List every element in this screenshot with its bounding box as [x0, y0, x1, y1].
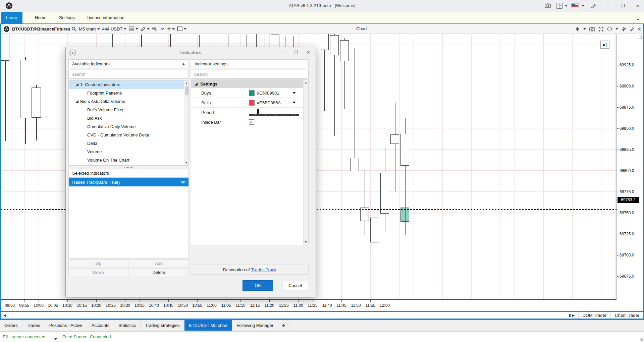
resize-grip[interactable]: [640, 338, 643, 341]
bottom-tab-positions-active[interactable]: Positions - Active: [45, 320, 87, 331]
help-dropdown-icon[interactable]: [564, 2, 568, 10]
tree-item[interactable]: Bid Ask: [69, 114, 189, 122]
drawing-tools[interactable]: [141, 26, 150, 32]
pin-icon[interactable]: [590, 2, 597, 10]
add-indicator-button[interactable]: +: [167, 25, 175, 33]
pin-icon[interactable]: [630, 27, 634, 32]
settings-group-header[interactable]: Settings: [191, 80, 303, 88]
sells-color-value[interactable]: #E6FC385A: [257, 100, 281, 105]
cancel-button[interactable]: Cancel: [282, 281, 308, 290]
bottom-tab-btcusdt-m5-chart[interactable]: BTCUSDT M5 chart: [184, 320, 232, 331]
tree-item[interactable]: Delta: [69, 139, 189, 148]
expander-icon[interactable]: [75, 100, 78, 103]
bottom-tab-accounts[interactable]: Accounts: [87, 320, 114, 331]
selected-indicators-list[interactable]: Trades Track(Bars, True): [68, 177, 189, 259]
scroll-up-icon[interactable]: ▲: [304, 81, 308, 84]
collapse-icon[interactable]: ▲: [182, 62, 185, 65]
instrument-selector[interactable]: BTCUSDT@BinanceFutures: [12, 26, 76, 32]
screenshot-icon[interactable]: [543, 2, 552, 10]
tree-item[interactable]: Bar's Volume Filter: [69, 106, 189, 114]
bottom-tab-trading-strategies[interactable]: Trading strategies: [141, 320, 184, 331]
dialog-maximize-icon[interactable]: ❐: [291, 49, 301, 56]
scroll-down-icon[interactable]: ▼: [304, 240, 308, 244]
zoom-in-button[interactable]: [152, 26, 157, 32]
up-button[interactable]: Up: [68, 259, 128, 268]
period-slider[interactable]: [249, 109, 299, 116]
slider-thumb[interactable]: [257, 109, 259, 114]
chart-trader-button[interactable]: Chart Trader: [610, 312, 643, 319]
ribbon-collapse-icon[interactable]: [637, 16, 639, 21]
chart-hscrollbar[interactable]: ◀ ▮ ▶ DOM Trader Chart Trader: [1, 311, 643, 319]
scroll-thumb[interactable]: [185, 87, 189, 95]
down-button[interactable]: Down: [68, 268, 128, 277]
help-icon[interactable]: ?: [556, 3, 563, 9]
add-button[interactable]: Add: [129, 259, 189, 268]
server-dropdown-icon[interactable]: [54, 336, 57, 341]
dialog-close-icon[interactable]: ✕: [304, 49, 313, 56]
close-chart-icon[interactable]: ✕: [637, 26, 641, 32]
timeframe-selector[interactable]: M5 chart: [79, 26, 100, 32]
available-search-input[interactable]: Search: [68, 70, 189, 79]
scroll-down-icon[interactable]: ▼: [185, 161, 188, 164]
tree-item[interactable]: Footprint Patterns: [69, 89, 189, 97]
dom-trader-button[interactable]: DOM Trader: [578, 312, 611, 319]
scale-tool[interactable]: [159, 26, 165, 32]
dialog-titlebar[interactable]: Indicators — ❐ ✕: [66, 47, 316, 58]
buys-color-value[interactable]: #E6089981: [257, 91, 279, 96]
tab-settings[interactable]: Settings: [54, 12, 80, 23]
description-link[interactable]: Trades Track: [251, 267, 276, 272]
eye-icon[interactable]: [180, 180, 186, 184]
tree-item[interactable]: Cumulative Daily Volume: [69, 122, 189, 131]
lightning-icon[interactable]: [622, 26, 626, 32]
sells-color-swatch[interactable]: [249, 100, 255, 106]
bottom-tab-following-manager[interactable]: Following Manager: [232, 320, 278, 331]
axis-settings-icon[interactable]: ❐: [639, 35, 642, 40]
add-tab-button[interactable]: +: [278, 320, 289, 331]
scroll-up-icon[interactable]: ▲: [185, 81, 188, 85]
buys-dropdown-icon[interactable]: [292, 92, 296, 94]
go-to-realtime-button[interactable]: ▶|: [600, 41, 609, 49]
available-indicators-header[interactable]: Available indicators ▲: [68, 59, 189, 68]
tree-scrollbar[interactable]: ▲ ▼: [184, 80, 189, 165]
selected-indicator-row[interactable]: Trades Track(Bars, True): [69, 178, 189, 186]
tree-item[interactable]: Volume On The Chart: [69, 156, 189, 164]
bottom-tab-orders[interactable]: Orders: [0, 320, 22, 331]
close-icon[interactable]: ✕: [633, 2, 642, 10]
camera-icon[interactable]: [589, 27, 595, 32]
panel-splitter[interactable]: [68, 166, 189, 169]
delete-button[interactable]: Delete: [129, 268, 189, 277]
contract-selector[interactable]: 444 USDT: [102, 26, 127, 32]
fullscreen-icon[interactable]: [598, 26, 604, 32]
flag-us-icon[interactable]: [571, 2, 579, 10]
snowflake-dropdown-icon[interactable]: [583, 28, 586, 30]
price-axis[interactable]: 69925.069900.069875.069850.069825.069800…: [616, 34, 643, 299]
bottom-tab-statistics[interactable]: Statistics: [114, 320, 141, 331]
tree-item[interactable]: Bid x Ask,Delta,Volume: [69, 97, 189, 106]
available-indicators-tree[interactable]: 1. Custom IndicatorsFootprint PatternsBi…: [68, 80, 189, 166]
circle-dropdown-icon[interactable]: [615, 28, 618, 30]
tree-item[interactable]: Volume: [69, 148, 189, 156]
minimize-icon[interactable]: —: [604, 2, 612, 10]
expander-icon[interactable]: [75, 83, 78, 86]
circle-icon[interactable]: [607, 26, 612, 32]
inside-bar-checkbox[interactable]: ✓: [249, 119, 254, 125]
tab-home[interactable]: Home: [30, 12, 52, 23]
tab-learn[interactable]: Learn: [1, 12, 22, 23]
time-axis[interactable]: 09:5009:5510:0010:0510:1010:1510:2010:25…: [1, 299, 616, 311]
sells-dropdown-icon[interactable]: [292, 102, 296, 104]
bottom-tab-trades[interactable]: Trades: [22, 320, 45, 331]
scroll-left-icon[interactable]: ◀: [1, 314, 9, 317]
tree-item[interactable]: CVD - Cumulative Volume Delta: [69, 131, 189, 139]
settings-scrollbar[interactable]: ▲ ▼: [303, 80, 308, 245]
layout-selector[interactable]: [177, 26, 186, 31]
ok-button[interactable]: OK: [243, 280, 273, 291]
tab-license-information[interactable]: License information: [81, 12, 130, 23]
buys-color-swatch[interactable]: [249, 90, 255, 96]
settings-search-input[interactable]: Search: [191, 70, 309, 79]
language-dropdown-icon[interactable]: [581, 2, 585, 10]
dialog-minimize-icon[interactable]: —: [279, 49, 289, 56]
tree-item[interactable]: 1. Custom Indicators: [69, 80, 189, 89]
chart-type-selector[interactable]: [129, 26, 138, 31]
scroll-right-icon[interactable]: ▶: [571, 314, 578, 317]
snowflake-icon[interactable]: [575, 26, 580, 32]
